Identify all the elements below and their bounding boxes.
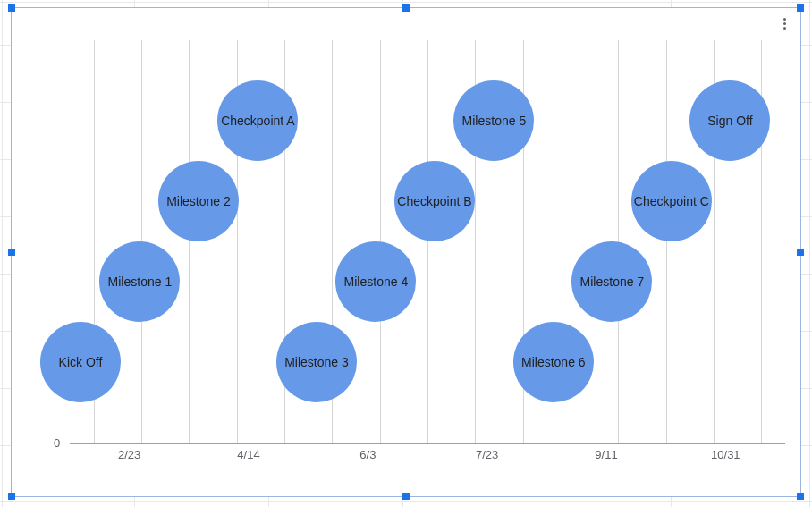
resize-handle-sw[interactable] [8,493,15,500]
x-axis-baseline [70,443,785,444]
x-tick-label: 6/3 [359,448,376,461]
resize-handle-e[interactable] [797,249,804,256]
x-tick-label: 9/11 [595,448,617,461]
resize-handle-n[interactable] [402,4,410,12]
resize-handle-nw[interactable] [8,4,15,12]
y-axis-zero-label: 0 [54,436,60,450]
resize-handle-w[interactable] [8,249,15,256]
chart-bubble[interactable] [453,80,534,161]
x-tick-label: 2/23 [118,448,140,461]
resize-handle-s[interactable] [402,493,410,500]
chart-object[interactable]: 0 2/234/146/37/239/1110/31Kick OffMilest… [11,7,801,497]
plot-gridline [189,40,190,443]
x-tick-label: 7/23 [476,448,498,461]
x-tick-label: 10/31 [711,448,740,461]
plot-area: 0 2/234/146/37/239/1110/31Kick OffMilest… [70,40,785,443]
chart-bubble[interactable] [217,80,298,161]
resize-handle-ne[interactable] [797,4,804,12]
chart-bubble[interactable] [689,80,770,161]
x-tick-label: 4/14 [237,448,259,461]
chart-bubble[interactable] [513,322,594,402]
plot-gridline [666,40,667,443]
chart-bubble[interactable] [99,241,180,322]
chart-overflow-menu-button[interactable] [775,13,793,33]
chart-bubble[interactable] [335,241,416,322]
resize-handle-se[interactable] [797,493,804,500]
chart-bubble[interactable] [631,161,712,241]
chart-bubble[interactable] [571,241,652,322]
plot-gridline [427,40,428,443]
chart-bubble[interactable] [158,161,239,241]
chart-bubble[interactable] [40,322,121,402]
chart-bubble[interactable] [394,161,475,241]
dots-vertical-icon [783,18,786,21]
chart-bubble[interactable] [276,322,357,402]
